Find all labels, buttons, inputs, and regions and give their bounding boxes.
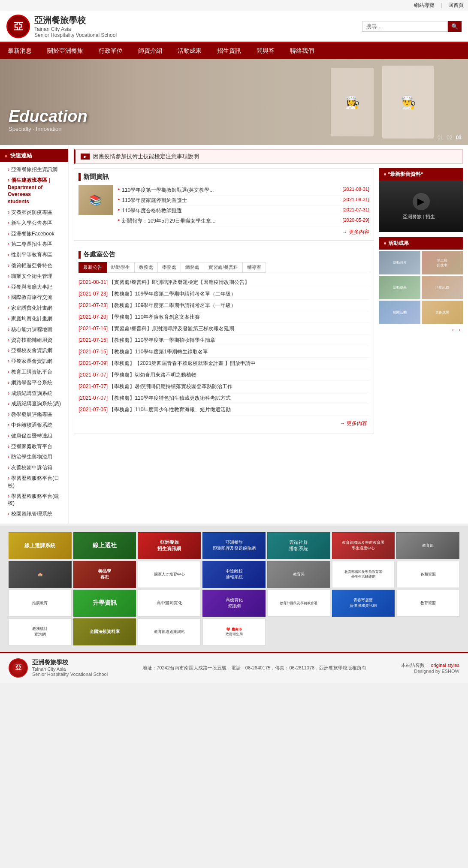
sidebar-item-drug[interactable]: 防治學生藥物濫用 <box>0 452 68 462</box>
bulletin-item-9[interactable]: [2021-07-07] 【學務處】切勿食用來路不明之動植物 <box>79 369 369 381</box>
link-student-life[interactable]: 教育部國民及學前教育署學生生活輔導網 <box>332 561 395 588</box>
activity-thumb-1[interactable]: 活動照片 <box>379 251 420 274</box>
tab-latest[interactable]: 最新公告 <box>79 262 107 273</box>
sidebar-item-facebook[interactable]: 亞洲餐旅Facebook <box>0 229 68 239</box>
link-law-db[interactable]: 全國法規資料庫 <box>73 618 136 645</box>
sidebar-item-campus-info[interactable]: 校園資訊管理系統 <box>0 509 68 519</box>
bulletin-item-5[interactable]: [2021-07-16] 【實習處/餐普科】原則測即評及發題第三梯次報名延期 <box>79 323 369 335</box>
page-2[interactable]: 02 <box>447 135 452 141</box>
sidebar-item-equality[interactable]: 家庭均質化計畫網 <box>0 313 68 324</box>
page-1[interactable]: 01 <box>438 135 443 141</box>
sidebar-item-poverty[interactable]: 家庭誘貧化計畫網 <box>0 303 68 313</box>
sidebar-item-grades[interactable]: 成績紀購查詢系統 <box>0 388 68 399</box>
news-item-3[interactable]: • 110學年度合格特教師甄選 [2021-07-31] <box>118 206 369 216</box>
sidebar-item-covid[interactable]: 安養肺炎防疫專區 <box>0 207 68 218</box>
sidebar-item-edu-purchase[interactable]: 教育工購資訊平台 <box>0 367 68 377</box>
search-input[interactable] <box>362 21 448 32</box>
bulletin-item-11[interactable]: [2021-07-07] 【教務處】110學年度特色招生積載更改術科考試方式 <box>79 392 369 404</box>
sidebar-item-safety[interactable]: 職業安全衛生管理 <box>0 271 68 282</box>
tab-counseling[interactable]: 輔導室 <box>243 262 266 273</box>
link-building[interactable]: 🏫 <box>9 561 72 588</box>
sidebar-item-portfolio-eve[interactable]: 學習歷程服務平台(建校) <box>0 491 68 509</box>
video-thumbnail[interactable]: ▶ 亞洲餐旅 | 招生... <box>379 181 463 232</box>
sidebar-item-overseas[interactable]: 僑生建教班專區 |Department of Overseasstudents <box>0 175 68 207</box>
news-item-4[interactable]: • 新聞報導：109年5月29日畢職女學生拿... [2020-05-29] <box>118 216 369 226</box>
tab-student[interactable]: 學務處 <box>158 262 181 273</box>
nav-admin[interactable]: 行政單位 <box>91 43 130 59</box>
activity-thumb-4[interactable]: 活動紀錄 <box>422 276 463 299</box>
link-youth-crab[interactable]: 青春寄居蟹資優服務資訊網 <box>332 590 395 617</box>
bulletin-more[interactable]: → 更多內容 <box>79 418 369 429</box>
news-item-1[interactable]: • 110學年度第一學期教師甄選(英文教學... [2021-08-31] <box>118 185 369 196</box>
nav-contact[interactable]: 聯絡我們 <box>282 43 322 59</box>
sidebar-item-elearning[interactable]: 網路學習平台系統 <box>0 377 68 388</box>
nav-activities[interactable]: 活動成果 <box>170 43 209 59</box>
tab-general[interactable]: 總務處 <box>181 262 204 273</box>
sidebar-item-resources[interactable]: 資育技能輔組用資 <box>0 335 68 346</box>
link-misc3[interactable]: 各類資源 <box>396 561 459 588</box>
news-more[interactable]: → 更多內容 <box>118 229 369 236</box>
bulletin-item-1[interactable]: [2021-08-31] 【實習處/餐普科】即測即評及發題檢定【因應疫情改期公告… <box>79 277 369 288</box>
bulletin-item-3[interactable]: [2021-07-23] 【教務處】109學年度第二學期申請補考名單（一年級） <box>79 300 369 311</box>
link-misc4[interactable]: 推廣教育 <box>9 590 72 617</box>
link-dropout-report[interactable]: 中途離校通報系統 <box>202 561 266 588</box>
sidebar-item-international[interactable]: 國際教育旅行交流 <box>0 292 68 303</box>
bulletin-item-8[interactable]: [2021-07-09] 【學務處】【2021第四屆青春不賴返校就學金計畫 】開… <box>79 358 369 369</box>
link-misc1[interactable]: 教育部 <box>396 532 459 559</box>
tab-internship[interactable]: 實習處/餐普科 <box>204 262 243 273</box>
bulletin-item-10[interactable]: [2021-07-07] 【學務處】暑假期間仍應持績落實校園登革熱防治工作 <box>79 381 369 392</box>
sidebar-item-grades2[interactable]: 成績紀購查詢系統(憑) <box>0 398 68 409</box>
link-military-talent[interactable]: 國軍人才培育中心 <box>138 561 201 588</box>
activities-next[interactable]: →→ <box>379 324 463 335</box>
activity-thumb-2[interactable]: 第二屆招生中 <box>422 251 463 274</box>
news-item-2[interactable]: • 110學年度家庭停辦約置護士 [2021-08-31] <box>118 196 369 206</box>
sidebar-item-core[interactable]: 核心能力課程地圖 <box>0 324 68 335</box>
sidebar-item-parents[interactable]: 亞餐家長會資訊網 <box>0 356 68 367</box>
sidebar-item-portfolio-day[interactable]: 學習歷程服務平台(日校) <box>0 473 68 491</box>
sidebar-item-newstudent[interactable]: 新生入學公告專區 <box>0 218 68 229</box>
link-admissions-net[interactable]: 亞洲餐旅招生資訊網 <box>138 532 201 559</box>
sidebar-item-complaint[interactable]: 友善校園申訴信箱 <box>0 462 68 473</box>
sidebar-item-quality[interactable]: 優質輕遊亞餐特色 <box>0 260 68 271</box>
link-cloud-social[interactable]: 雲端社群播客系統 <box>267 532 330 559</box>
nav-faq[interactable]: 問與答 <box>249 43 282 59</box>
bulletin-item-12[interactable]: [2021-07-05] 【學務處】110年度青少年性教育海報、短片徵選活動 <box>79 404 369 416</box>
sidebar-item-second-major[interactable]: 第二專長招生專區 <box>0 239 68 250</box>
link-edu-ministry[interactable]: 教育部國民及學前教育署 <box>267 590 330 617</box>
activity-thumb-3[interactable]: 活動成果 <box>379 276 420 299</box>
sidebar-item-family-edu[interactable]: 亞餐家庭教育平台 <box>0 441 68 452</box>
link-college-info[interactable]: 升學資訊 <box>73 590 136 617</box>
link-edu-stats[interactable]: 教務統計查詢網 <box>9 618 72 645</box>
activity-thumb-5[interactable]: 校園活動 <box>379 301 420 324</box>
sidebar-item-admissions-net[interactable]: 亞洲餐旅招生資訊網 <box>0 164 68 175</box>
site-nav-link[interactable]: 網站導覽 <box>414 2 435 9</box>
home-link[interactable]: 回首頁 <box>448 2 464 9</box>
nav-about[interactable]: 關於亞洲餐旅 <box>39 43 91 59</box>
sidebar-item-events[interactable]: 亞餐與養膳大事記 <box>0 282 68 292</box>
bulletin-item-6[interactable]: [2021-07-15] 【教務處】110學年度第一學期招收轉學生簡章 <box>79 335 369 346</box>
link-club-select[interactable]: 線上選社 <box>73 532 136 559</box>
sidebar-item-teaching[interactable]: 教學發展評鑑專區 <box>0 409 68 420</box>
sidebar-item-dropout[interactable]: 中途離校通報系統 <box>0 420 68 431</box>
bulletin-item-4[interactable]: [2021-07-20] 【學務處】110年孝廉教育創意文案比賽 <box>79 311 369 323</box>
nav-admissions[interactable]: 招生資訊 <box>209 43 249 59</box>
tab-assist[interactable]: 助勤學生 <box>107 262 135 273</box>
link-tainan-health[interactable]: ❤️ 臺南市 政府衛生局 <box>202 618 266 645</box>
announcement-banner[interactable]: ► 因應疫情參加技術士技能檢定注意事項說明 <box>74 149 463 164</box>
sidebar-item-gender[interactable]: 性別平等教育專區 <box>0 250 68 260</box>
link-quality-info[interactable]: 高優質化資訊網 <box>202 590 266 617</box>
link-moea[interactable]: 教育部國民及學前教育署學生適應中心 <box>332 532 395 559</box>
link-evaluation-net[interactable]: 亞洲餐旅即測即評及發題服務網 <box>202 532 266 559</box>
search-button[interactable]: 🔍 <box>448 21 462 32</box>
activity-thumb-6[interactable]: 更多成果 <box>422 301 463 324</box>
link-misc2[interactable]: 教育局 <box>267 561 330 588</box>
tab-academic[interactable]: 教務處 <box>135 262 158 273</box>
nav-latest-news[interactable]: 最新消息 <box>0 43 39 59</box>
bulletin-item-2[interactable]: [2021-07-23] 【教務處】109學年度第二學期申請補考名單（二年級） <box>79 288 369 300</box>
page-3[interactable]: 03 <box>456 135 462 141</box>
link-good-items[interactable]: 善品學容忍 <box>73 561 136 588</box>
link-misc5[interactable]: 教育資源 <box>396 590 459 617</box>
link-course-system[interactable]: 線上選課系統 <box>9 532 72 559</box>
bulletin-item-7[interactable]: [2021-07-15] 【教務處】110學年度第1學期轉生錄取名單 <box>79 346 369 358</box>
sidebar-item-health[interactable]: 健康促進暨轉達組 <box>0 431 68 441</box>
